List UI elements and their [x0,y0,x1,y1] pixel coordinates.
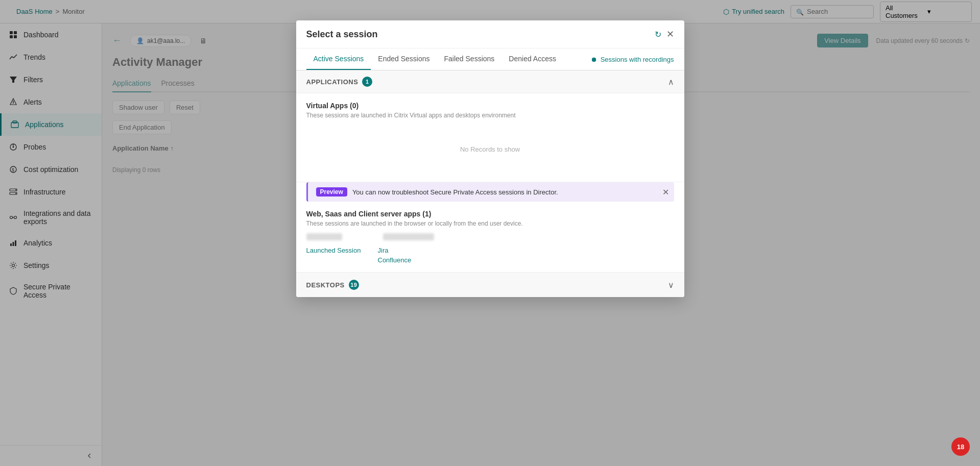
modal-title: Select a session [306,29,650,40]
modal-tabs: Active Sessions Ended Sessions Failed Se… [296,48,684,70]
preview-badge: Preview [316,187,347,197]
sessions-with-recordings[interactable]: ⏺ Sessions with recordings [591,50,674,69]
modal-tab-failed-sessions[interactable]: Failed Sessions [437,48,502,70]
modal-overlay: Select a session ↻ ✕ Active Sessions End… [0,0,980,466]
record-icon: ⏺ [591,56,597,63]
desktops-section-title: DESKTOPS 19 [306,280,359,290]
col-header-2 [383,233,434,240]
notification-badge[interactable]: 18 [951,437,970,456]
web-saas-title: Web, Saas and Client server apps (1) [306,210,674,218]
app-links-list: Jira Confluence [378,247,412,264]
modal-close-button[interactable]: ✕ [666,29,674,40]
applications-section-title: APPLICATIONS 1 [306,77,373,87]
launched-session-label[interactable]: Launched Session [306,247,368,254]
desktops-section: DESKTOPS 19 ∨ [296,272,684,297]
preview-close-button[interactable]: ✕ [662,187,669,197]
desktops-section-header[interactable]: DESKTOPS 19 ∨ [296,273,684,297]
web-saas-apps-section: Web, Saas and Client server apps (1) The… [296,208,684,272]
web-table-col-headers [306,233,674,240]
virtual-apps-desc: These sessions are launched in Citrix Vi… [306,112,674,119]
app-link-jira[interactable]: Jira [378,247,412,254]
virtual-apps-no-records: No Records to show [306,125,674,174]
preview-banner-text: You can now troubleshoot Secure Private … [352,188,666,196]
notification-count: 18 [957,443,964,451]
modal-body: APPLICATIONS 1 ∧ Virtual Apps (0) These … [296,70,684,297]
virtual-apps-title: Virtual Apps (0) [306,102,674,110]
virtual-apps-subsection: Virtual Apps (0) These sessions are laun… [296,93,684,182]
sessions-recording-label: Sessions with recordings [601,56,674,63]
modal-header: Select a session ↻ ✕ [296,20,684,48]
preview-banner: Preview You can now troubleshoot Secure … [306,182,674,202]
col-header-1 [306,233,342,240]
applications-count-badge: 1 [362,77,372,87]
modal-tab-ended-sessions[interactable]: Ended Sessions [371,48,437,70]
applications-section-header[interactable]: APPLICATIONS 1 ∧ [296,70,684,93]
select-session-modal: Select a session ↻ ✕ Active Sessions End… [296,20,684,297]
web-saas-desc: These sessions are launched in the brows… [306,220,674,227]
desktops-chevron-icon: ∨ [668,280,674,290]
modal-tab-active-sessions[interactable]: Active Sessions [306,48,371,70]
launched-session-row: Launched Session Jira Confluence [306,247,674,264]
app-link-confluence[interactable]: Confluence [378,256,412,264]
applications-chevron-icon: ∧ [668,77,674,87]
modal-tab-denied-access[interactable]: Denied Access [501,48,563,70]
modal-refresh-icon[interactable]: ↻ [655,30,661,39]
desktops-count-badge: 19 [349,280,359,290]
